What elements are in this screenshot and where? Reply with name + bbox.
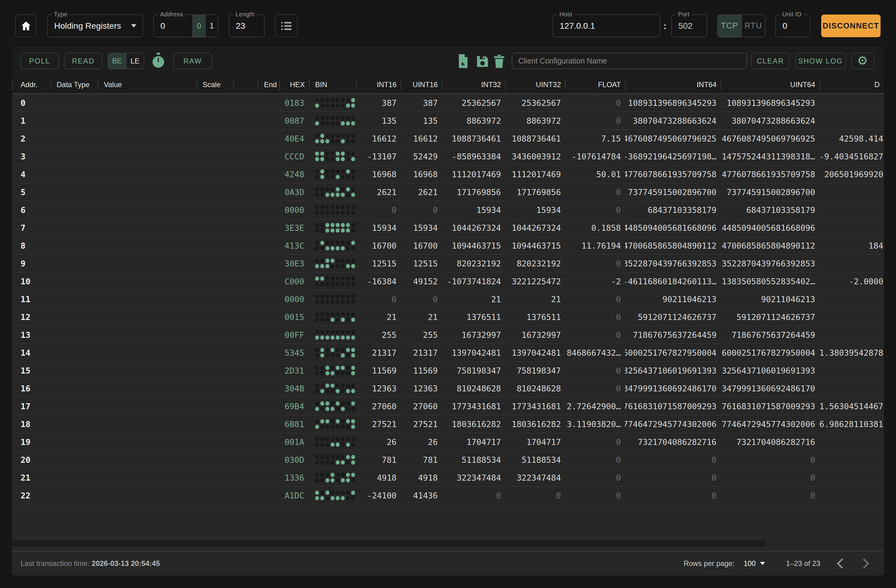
cell-dtype[interactable] bbox=[50, 308, 98, 326]
cell-scale[interactable] bbox=[197, 344, 233, 362]
cell-dtype[interactable] bbox=[50, 219, 98, 237]
cell-dtype[interactable] bbox=[50, 272, 98, 290]
column-header-uint16[interactable]: UINT16 bbox=[401, 76, 442, 93]
cell-dtype[interactable] bbox=[50, 362, 98, 379]
cell-value[interactable] bbox=[98, 451, 197, 468]
cell-end[interactable] bbox=[258, 237, 279, 254]
column-header-uint32[interactable]: UINT32 bbox=[505, 76, 565, 93]
cell-end[interactable] bbox=[258, 308, 279, 326]
cell-value[interactable] bbox=[98, 397, 197, 415]
poll-button[interactable]: POLL bbox=[21, 53, 59, 69]
cell-end[interactable] bbox=[258, 380, 279, 397]
port-field[interactable]: Port 502 bbox=[671, 15, 707, 37]
cell-scale[interactable] bbox=[197, 183, 233, 201]
column-header-uint64[interactable]: UINT64 bbox=[721, 76, 820, 93]
cell-end[interactable] bbox=[258, 415, 279, 433]
host-field[interactable]: Host 127.0.0.1 bbox=[553, 15, 660, 37]
cell-end[interactable] bbox=[258, 487, 279, 504]
column-header-addr[interactable]: Addr. bbox=[12, 76, 50, 93]
cell-end[interactable] bbox=[258, 147, 279, 165]
column-header-blank[interactable] bbox=[233, 76, 258, 93]
endian-be[interactable]: BE bbox=[108, 53, 126, 69]
cell-scale[interactable] bbox=[197, 147, 233, 165]
unit-id-field[interactable]: Unit ID 0 bbox=[776, 15, 810, 37]
cell-value[interactable] bbox=[98, 290, 197, 308]
length-field[interactable]: Length 23 bbox=[229, 15, 265, 37]
cell-dtype[interactable] bbox=[50, 112, 98, 129]
cell-end[interactable] bbox=[258, 201, 279, 219]
cell-dtype[interactable] bbox=[50, 166, 98, 183]
cell-dtype[interactable] bbox=[50, 415, 98, 433]
save-config-button[interactable] bbox=[477, 55, 489, 67]
cell-dtype[interactable] bbox=[50, 380, 98, 397]
raw-button[interactable]: RAW bbox=[174, 53, 212, 69]
cell-value[interactable] bbox=[98, 237, 197, 254]
cell-value[interactable] bbox=[98, 130, 197, 147]
horizontal-scrollbar[interactable] bbox=[12, 541, 766, 547]
protocol-rtu[interactable]: RTU bbox=[741, 15, 765, 37]
cell-value[interactable] bbox=[98, 469, 197, 486]
cell-end[interactable] bbox=[258, 344, 279, 362]
column-header-dbl[interactable]: D bbox=[820, 76, 884, 93]
address-base-1[interactable]: 1 bbox=[205, 15, 218, 37]
cell-dtype[interactable] bbox=[50, 397, 98, 415]
cell-value[interactable] bbox=[98, 201, 197, 219]
column-header-int32[interactable]: INT32 bbox=[442, 76, 505, 93]
cell-dtype[interactable] bbox=[50, 451, 98, 468]
cell-scale[interactable] bbox=[197, 451, 233, 468]
cell-scale[interactable] bbox=[197, 272, 233, 290]
column-header-hex[interactable]: HEX bbox=[279, 76, 309, 93]
cell-dtype[interactable] bbox=[50, 344, 98, 362]
cell-end[interactable] bbox=[258, 326, 279, 343]
cell-value[interactable] bbox=[98, 183, 197, 201]
cell-value[interactable] bbox=[98, 255, 197, 272]
cell-scale[interactable] bbox=[197, 326, 233, 343]
cell-scale[interactable] bbox=[197, 255, 233, 272]
cell-end[interactable] bbox=[258, 183, 279, 201]
cell-scale[interactable] bbox=[197, 308, 233, 326]
column-header-scale[interactable]: Scale bbox=[197, 76, 233, 93]
cell-end[interactable] bbox=[258, 219, 279, 237]
cell-scale[interactable] bbox=[197, 290, 233, 308]
cell-scale[interactable] bbox=[197, 112, 233, 129]
cell-scale[interactable] bbox=[197, 201, 233, 219]
clear-button[interactable]: CLEAR bbox=[751, 53, 789, 69]
cell-end[interactable] bbox=[258, 451, 279, 468]
cell-end[interactable] bbox=[258, 433, 279, 451]
cell-dtype[interactable] bbox=[50, 147, 98, 165]
disconnect-button[interactable]: DISCONNECT bbox=[821, 15, 881, 37]
cell-scale[interactable] bbox=[197, 433, 233, 451]
cell-end[interactable] bbox=[258, 290, 279, 308]
column-header-flt[interactable]: FLOAT bbox=[565, 76, 625, 93]
address-base-0[interactable]: 0 bbox=[192, 15, 205, 37]
cell-end[interactable] bbox=[258, 130, 279, 147]
cell-value[interactable] bbox=[98, 147, 197, 165]
next-page-button[interactable] bbox=[859, 556, 873, 571]
cell-dtype[interactable] bbox=[50, 469, 98, 486]
config-name-input[interactable] bbox=[512, 53, 747, 69]
cell-end[interactable] bbox=[258, 94, 279, 112]
cell-scale[interactable] bbox=[197, 94, 233, 112]
cell-value[interactable] bbox=[98, 362, 197, 379]
address-field[interactable]: Address 0 0 1 bbox=[154, 15, 218, 37]
cell-value[interactable] bbox=[98, 380, 197, 397]
cell-end[interactable] bbox=[258, 255, 279, 272]
cell-scale[interactable] bbox=[197, 166, 233, 183]
cell-scale[interactable] bbox=[197, 362, 233, 379]
cell-value[interactable] bbox=[98, 219, 197, 237]
delete-config-button[interactable] bbox=[494, 55, 504, 68]
cell-dtype[interactable] bbox=[50, 201, 98, 219]
column-header-bin[interactable]: BIN bbox=[309, 76, 356, 93]
cell-value[interactable] bbox=[98, 487, 197, 504]
home-button[interactable] bbox=[15, 15, 37, 37]
cell-dtype[interactable] bbox=[50, 433, 98, 451]
cell-scale[interactable] bbox=[197, 130, 233, 147]
column-header-end[interactable]: End bbox=[258, 76, 279, 93]
cell-end[interactable] bbox=[258, 469, 279, 486]
rows-per-page-select[interactable]: 100 bbox=[744, 559, 765, 568]
load-config-button[interactable] bbox=[458, 54, 469, 68]
cell-value[interactable] bbox=[98, 112, 197, 129]
cell-value[interactable] bbox=[98, 272, 197, 290]
cell-end[interactable] bbox=[258, 362, 279, 379]
cell-scale[interactable] bbox=[197, 415, 233, 433]
